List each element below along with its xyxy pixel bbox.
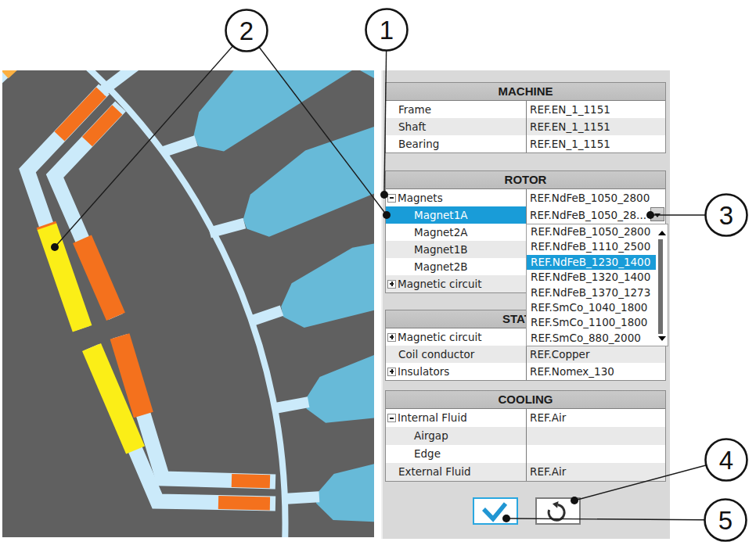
table-row[interactable]: MagnetsREF.NdFeB_1050_2800 xyxy=(386,189,665,206)
expand-icon[interactable] xyxy=(387,280,396,289)
table-header-machine: MACHINE xyxy=(386,83,665,101)
collapse-icon[interactable] xyxy=(387,414,396,422)
row-value: REF.EN_1_1151 xyxy=(530,135,610,152)
row-value-cell[interactable] xyxy=(526,445,665,463)
row-name-cell[interactable]: Magnets xyxy=(386,189,526,206)
dropdown-item[interactable]: REF.SmCo_880_2000 xyxy=(527,331,656,346)
scrollbar-thumb[interactable] xyxy=(658,239,663,334)
row-value-cell[interactable]: REF.Air xyxy=(526,409,665,427)
row-name-cell[interactable]: Magnetic circuit xyxy=(386,275,526,292)
validate-button[interactable] xyxy=(473,497,518,525)
row-label: Magnet2A xyxy=(414,224,467,241)
row-name-cell[interactable]: Coil conductor xyxy=(386,346,526,363)
row-name-cell[interactable]: Insulators xyxy=(386,363,526,380)
expand-icon[interactable] xyxy=(387,368,396,376)
row-value: REF.Air xyxy=(530,463,566,481)
row-name-cell[interactable]: External Fluid xyxy=(386,463,526,481)
dropdown-item[interactable]: REF.NdFeB_1230_1400 xyxy=(527,255,656,270)
table-cooling: COOLINGInternal FluidREF.AirAirgapEdgeEx… xyxy=(385,390,666,482)
row-value: REF.Air xyxy=(530,409,566,427)
row-value: REF.NdFeB_1050_28... xyxy=(530,206,646,224)
row-name-cell[interactable]: Magnet2B xyxy=(386,258,526,275)
dropdown-item[interactable]: REF.SmCo_1100_1800 xyxy=(527,315,656,330)
row-label: Insulators xyxy=(398,363,449,380)
row-label: Magnetic circuit xyxy=(398,275,482,292)
row-label: Airgap xyxy=(414,427,448,445)
row-value-cell[interactable]: REF.Air xyxy=(526,463,665,481)
row-value-cell[interactable]: REF.EN_1_1151 xyxy=(526,135,665,152)
table-row[interactable]: Internal FluidREF.Air xyxy=(386,409,665,427)
row-value-cell[interactable]: REF.NdFeB_1050_2800 xyxy=(526,189,665,206)
table-row[interactable]: External FluidREF.Air xyxy=(386,463,665,481)
table-row[interactable]: InsulatorsREF.Nomex_130 xyxy=(386,363,665,380)
row-value: REF.Copper xyxy=(530,346,589,363)
expand-icon[interactable] xyxy=(387,333,396,342)
panel-edge-highlight xyxy=(381,70,383,539)
row-value-cell[interactable]: REF.Copper xyxy=(526,346,665,363)
table-row[interactable]: ShaftREF.EN_1_1151 xyxy=(386,118,665,135)
table-header-cooling: COOLING xyxy=(386,391,665,409)
row-name-cell[interactable]: Magnet1B xyxy=(386,241,526,258)
collapse-icon[interactable] xyxy=(387,194,396,203)
check-icon xyxy=(474,499,516,522)
row-label: Frame xyxy=(398,101,431,118)
reset-button[interactable] xyxy=(535,497,581,525)
table-machine: MACHINEFrameREF.EN_1_1151ShaftREF.EN_1_1… xyxy=(385,82,666,153)
row-value-cell[interactable] xyxy=(526,427,665,445)
row-label: Shaft xyxy=(398,118,426,135)
row-name-cell[interactable]: Magnetic circuit xyxy=(386,328,526,346)
dropdown-item[interactable]: REF.NdFeB_1050_2800 xyxy=(527,224,656,239)
table-row[interactable]: BearingREF.EN_1_1151 xyxy=(386,135,665,152)
row-label: Magnet1A xyxy=(414,206,467,224)
row-name-cell[interactable]: Magnet2A xyxy=(386,224,526,241)
row-label: Coil conductor xyxy=(398,346,474,363)
table-row[interactable]: Coil conductorREF.Copper xyxy=(386,346,665,363)
dropdown-item[interactable]: REF.NdFeB_1320_1400 xyxy=(527,270,656,285)
row-value: REF.Nomex_130 xyxy=(530,363,614,380)
material-dropdown-list: REF.NdFeB_1050_2800REF.NdFeB_1110_2500RE… xyxy=(526,224,668,346)
row-label: External Fluid xyxy=(398,463,471,481)
row-value-cell[interactable]: REF.EN_1_1151 xyxy=(526,101,665,118)
row-name-cell[interactable]: Shaft xyxy=(386,118,526,135)
row-name-cell[interactable]: Frame xyxy=(386,101,526,118)
row-name-cell[interactable]: Airgap xyxy=(386,427,526,445)
row-value: REF.NdFeB_1050_2800 xyxy=(530,189,650,206)
row-label: Magnets xyxy=(398,189,443,206)
magnet xyxy=(218,496,270,510)
undo-arrow-icon xyxy=(537,499,578,522)
row-value: REF.EN_1_1151 xyxy=(530,101,610,118)
row-name-cell[interactable]: Internal Fluid xyxy=(386,409,526,427)
row-value-cell[interactable]: REF.NdFeB_1050_28... xyxy=(526,206,665,224)
dropdown-scrollbar[interactable] xyxy=(656,224,668,346)
table-row[interactable]: Edge xyxy=(386,445,665,463)
row-label: Bearing xyxy=(398,135,439,152)
row-label: Magnet2B xyxy=(414,258,468,275)
row-value-cell[interactable]: REF.EN_1_1151 xyxy=(526,118,665,135)
slot-opening xyxy=(275,402,308,408)
table-row[interactable]: FrameREF.EN_1_1151 xyxy=(386,101,665,118)
table-header-rotor: ROTOR xyxy=(386,171,665,189)
scroll-up-icon[interactable] xyxy=(658,231,666,235)
dropdown-item[interactable]: REF.NdFeB_1110_2500 xyxy=(527,239,656,254)
table-row[interactable]: Airgap xyxy=(386,427,665,445)
dropdown-item[interactable]: REF.SmCo_1040_1800 xyxy=(527,300,656,315)
scroll-down-icon[interactable] xyxy=(658,336,666,341)
magnet xyxy=(232,474,271,488)
combo-dropdown-button[interactable] xyxy=(650,207,664,221)
row-name-cell[interactable]: Magnet1A xyxy=(386,206,526,224)
row-label: Internal Fluid xyxy=(398,409,467,427)
row-label: Magnet1B xyxy=(414,241,468,258)
row-label: Magnetic circuit xyxy=(398,328,482,346)
row-label: Edge xyxy=(414,445,441,463)
dropdown-item[interactable]: REF.NdFeB_1370_1273 xyxy=(527,285,656,300)
row-name-cell[interactable]: Bearing xyxy=(386,135,526,152)
slot-opening xyxy=(283,497,319,499)
row-value-cell[interactable]: REF.Nomex_130 xyxy=(526,363,665,380)
row-value: REF.EN_1_1151 xyxy=(530,118,610,135)
table-row[interactable]: Magnet1AREF.NdFeB_1050_28... xyxy=(386,206,665,224)
application-window: MACHINEFrameREF.EN_1_1151ShaftREF.EN_1_1… xyxy=(0,0,756,556)
row-name-cell[interactable]: Edge xyxy=(386,445,526,463)
